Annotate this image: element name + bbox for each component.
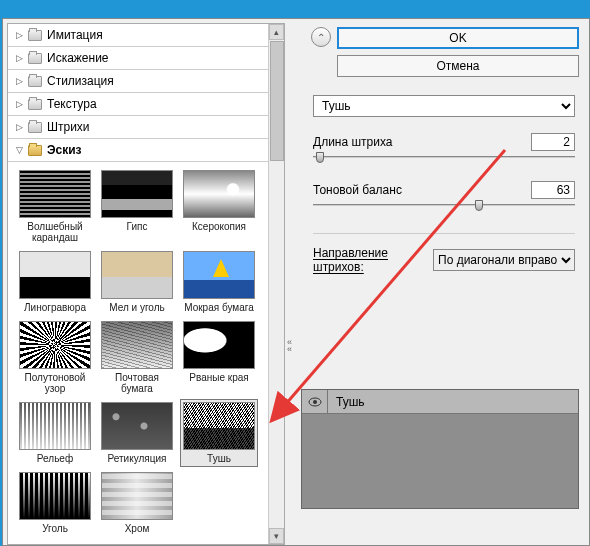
tree-group-strokes[interactable]: ▷ Штрихи <box>8 116 284 139</box>
folder-icon <box>28 30 42 41</box>
effect-layer-row[interactable]: Тушь <box>302 390 578 414</box>
scroll-up-icon[interactable]: ▴ <box>269 24 284 40</box>
filter-thumb[interactable]: Мокрая бумага <box>180 248 258 316</box>
visibility-toggle[interactable] <box>302 390 328 413</box>
tree-label: Текстура <box>47 97 97 111</box>
folder-icon <box>28 99 42 110</box>
stroke-length-slider[interactable] <box>313 153 575 165</box>
filter-thumb[interactable]: Мел и уголь <box>98 248 176 316</box>
tree-group-stylize[interactable]: ▷ Стилизация <box>8 70 284 93</box>
tree-label: Стилизация <box>47 74 114 88</box>
filter-thumb[interactable]: Ксерокопия <box>180 167 258 246</box>
chevron-right-icon: ▷ <box>16 76 23 86</box>
splitter[interactable]: «« <box>285 19 299 545</box>
tonal-balance-label: Тоновой баланс <box>313 183 402 197</box>
filter-thumb[interactable]: Рельеф <box>16 399 94 467</box>
filter-thumb[interactable]: Уголь <box>16 469 94 537</box>
tonal-balance-input[interactable] <box>531 181 575 199</box>
direction-select[interactable]: По диагонали вправо <box>433 249 575 271</box>
effect-layer-name: Тушь <box>328 395 365 409</box>
scroll-down-icon[interactable]: ▾ <box>269 528 284 544</box>
effect-layers-panel: Тушь <box>301 389 579 509</box>
splitter-chevrons-icon: «« <box>287 339 292 353</box>
folder-icon <box>28 76 42 87</box>
ok-button[interactable]: OK <box>337 27 579 49</box>
slider-handle[interactable] <box>316 152 324 163</box>
stroke-length-label: Длина штриха <box>313 135 393 149</box>
chevron-right-icon: ▷ <box>16 122 23 132</box>
tonal-balance-slider[interactable] <box>313 201 575 213</box>
stroke-length-input[interactable] <box>531 133 575 151</box>
chevron-right-icon: ▷ <box>16 99 23 109</box>
slider-handle[interactable] <box>475 200 483 211</box>
direction-label: Направление штрихов: <box>313 246 427 274</box>
folder-open-icon <box>28 145 42 156</box>
tree-group-texture[interactable]: ▷ Текстура <box>8 93 284 116</box>
filter-tree-panel: ▷ Имитация ▷ Искажение ▷ Стилизация ▷ Те… <box>7 23 285 545</box>
folder-icon <box>28 53 42 64</box>
tree-label: Эскиз <box>47 143 82 157</box>
chevron-down-icon: ▽ <box>16 145 23 155</box>
cancel-button[interactable]: Отмена <box>337 55 579 77</box>
chevron-right-icon: ▷ <box>16 30 23 40</box>
filter-thumb[interactable]: Гипс <box>98 167 176 246</box>
filter-select[interactable]: Тушь <box>313 95 575 117</box>
filter-thumb[interactable]: Линогравюра <box>16 248 94 316</box>
filter-thumb[interactable]: Полутоновой узор <box>16 318 94 397</box>
chevron-right-icon: ▷ <box>16 53 23 63</box>
tree-group-imitation[interactable]: ▷ Имитация <box>8 24 284 47</box>
filter-thumb[interactable]: Рваные края <box>180 318 258 397</box>
folder-icon <box>28 122 42 133</box>
tree-label: Искажение <box>47 51 109 65</box>
eye-icon <box>308 397 322 407</box>
filter-thumb[interactable]: Ретикуляция <box>98 399 176 467</box>
scrollbar[interactable]: ▴ ▾ <box>268 24 284 544</box>
tree-group-sketch[interactable]: ▽ Эскиз <box>8 139 284 162</box>
filter-thumb[interactable]: Хром <box>98 469 176 537</box>
filter-thumb[interactable]: Волшебный карандаш <box>16 167 94 246</box>
filter-thumb-selected[interactable]: Тушь <box>180 399 258 467</box>
svg-point-1 <box>313 400 317 404</box>
filter-thumb[interactable]: Почтовая бумага <box>98 318 176 397</box>
tree-group-distort[interactable]: ▷ Искажение <box>8 47 284 70</box>
expand-toggle-button[interactable]: ⌃ <box>311 27 331 47</box>
tree-label: Штрихи <box>47 120 90 134</box>
parameters-panel: ⌃ OK Отмена Тушь Длина штриха Тоновой ба… <box>299 19 589 545</box>
tree-label: Имитация <box>47 28 103 42</box>
thumbnail-grid: Волшебный карандаш Гипс Ксерокопия Линог… <box>8 162 284 544</box>
scroll-thumb[interactable] <box>270 41 284 161</box>
